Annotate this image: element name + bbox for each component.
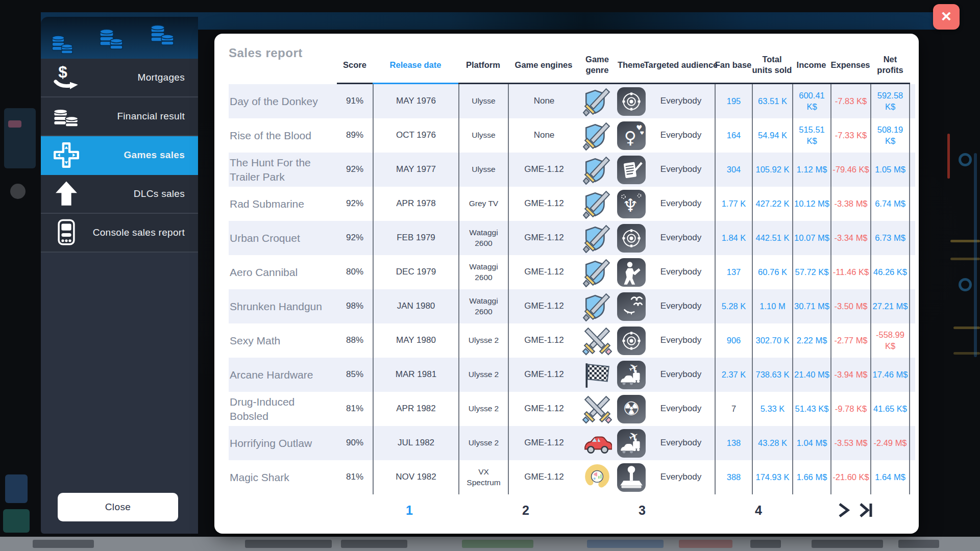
expenses-cell: -7.83 K$ [830,84,870,118]
sidebar-item-dlcs-sales[interactable]: DLCs sales [41,175,198,214]
page-button-1[interactable]: 1 [351,503,468,518]
income-cell: 515.51 K$ [792,118,830,153]
page-button-4[interactable]: 4 [700,503,817,518]
backdrop-card [4,108,36,168]
game-title-cell: Sexy Math [229,323,337,358]
col-header-theme[interactable]: Theme [615,48,647,84]
table-row[interactable]: Arcane Hardware 85% MAR 1981 Ulysse 2 GM… [229,358,915,392]
sidebar-header [41,17,198,59]
table-row[interactable]: Day of the Donkey 91% MAY 1976 Ulysse No… [229,84,915,118]
game-title-cell: Rad Submarine [229,187,337,221]
radiation-icon: ☢ [617,394,646,424]
table-row[interactable]: Magic Shark 81% NOV 1982 VX Spectrum GME… [229,460,915,494]
release-date-cell: OCT 1976 [373,118,458,153]
table-row[interactable]: Rad Submarine 92% APR 1978 Grey TV GME-1… [229,187,915,221]
shield-sword-icon [582,223,612,253]
col-header-name [229,48,337,84]
table-row[interactable]: Drug-Induced Bobsled 81% APR 1982 Ulysse… [229,392,915,426]
game-genre-cell [579,255,615,289]
game-genre-cell [579,289,615,323]
score-cell: 85% [337,358,373,392]
pagination: 1 2 3 4 [229,496,915,524]
audience-cell: Everybody [647,392,715,426]
table-row[interactable]: The Hunt For the Trailer Park 92% MAY 19… [229,153,915,187]
checkered-flag-icon [582,360,612,390]
page-button-2[interactable]: 2 [468,503,584,518]
net-profits-cell: 592.58 K$ [870,84,910,118]
income-cell: 1.66 M$ [792,460,830,494]
game-engine-cell: GME-1.12 [508,187,579,221]
net-profits-cell: 1.05 M$ [870,153,910,187]
theme-cell [615,221,647,255]
audience-cell: Everybody [647,187,715,221]
game-engine-cell: GME-1.12 [508,392,579,426]
release-date-cell: APR 1978 [373,187,458,221]
col-header-game-genre[interactable]: Game genre [579,48,615,84]
col-header-game-engines[interactable]: Game engines [508,48,579,84]
units-sold-cell: 174.93 K [752,460,792,494]
svg-text:♀: ♀ [624,127,636,147]
score-cell: 91% [337,84,373,118]
sidebar-item-console-sales-report[interactable]: Console sales report [41,214,198,253]
close-icon: × [941,6,951,26]
score-cell: 89% [337,118,373,153]
audience-cell: Everybody [647,118,715,153]
theme-cell: ✈ [615,426,647,460]
page-button-3[interactable]: 3 [584,503,700,518]
col-header-targeted-audience[interactable]: Targeted audience [647,48,715,84]
table-row[interactable]: Aero Cannibal 80% DEC 1979 Wataggi 2600 … [229,255,915,289]
svg-text:♆: ♆ [622,194,639,215]
theme-cell [615,255,647,289]
units-sold-cell: 738.63 K [752,358,792,392]
col-header-score[interactable]: Score [337,48,373,84]
col-header-total-units-sold[interactable]: Total units sold [752,48,792,84]
audience-cell: Everybody [647,221,715,255]
fan-base-cell: 5.28 K [715,289,752,323]
release-date-cell: MAR 1981 [373,358,458,392]
col-header-release-date[interactable]: Release date [373,48,458,84]
sidebar-item-games-sales[interactable]: Games sales [41,136,198,175]
game-genre-cell [579,392,615,426]
table-row[interactable]: Shrunken Handgun 98% JAN 1980 Wataggi 26… [229,289,915,323]
close-button[interactable]: Close [58,493,178,521]
expenses-cell: -9.78 K$ [830,392,870,426]
net-profits-cell: 6.73 M$ [870,221,910,255]
score-cell: 92% [337,153,373,187]
bats-icon [617,292,646,321]
game-title-cell: Rise of the Blood [229,118,337,153]
net-profits-cell: -2.49 M$ [870,426,910,460]
svg-text:$: $ [58,63,67,81]
game-genre-cell [579,460,615,494]
modal-close-button[interactable]: × [933,4,960,30]
table-row[interactable]: Sexy Math 88% MAY 1980 Ulysse 2 GME-1.12… [229,323,915,358]
col-header-net-profits[interactable]: Net profits [870,48,910,84]
audience-cell: Everybody [647,460,715,494]
col-header-expenses[interactable]: Expenses [830,48,870,84]
coin-stack-blue-icon [149,18,178,49]
table-row[interactable]: Rise of the Blood 89% OCT 1976 Ulysse No… [229,118,915,153]
expenses-cell: -3.53 M$ [830,426,870,460]
next-page-button[interactable] [837,503,851,518]
refresh-icon [959,153,972,166]
table-row[interactable]: Urban Croquet 92% FEB 1979 Wataggi 2600 … [229,221,915,255]
col-header-platform[interactable]: Platform [458,48,508,84]
crossed-swords-icon [582,326,612,356]
net-profits-cell: 46.26 K$ [870,255,910,289]
game-genre-cell [579,426,615,460]
col-header-income[interactable]: Income [792,48,830,84]
sidebar-item-financial-result[interactable]: Financial result [41,97,198,136]
last-page-button[interactable] [859,503,873,518]
income-cell: 51.43 K$ [792,392,830,426]
game-title-cell: The Hunt For the Trailer Park [229,153,337,187]
score-cell: 98% [337,289,373,323]
backdrop-building [5,474,28,503]
release-date-cell: JUL 1982 [373,426,458,460]
units-sold-cell: 5.33 K [752,392,792,426]
shield-sword-icon [582,87,612,116]
col-header-fan-base[interactable]: Fan base [715,48,752,84]
sidebar-item-mortgages[interactable]: $ Mortgages [41,59,198,97]
game-title-cell: Urban Croquet [229,221,337,255]
table-row[interactable]: Horrifying Outlaw 90% JUL 1982 Ulysse 2 … [229,426,915,460]
platform-cell: Ulysse [458,84,508,118]
income-cell: 30.71 M$ [792,289,830,323]
